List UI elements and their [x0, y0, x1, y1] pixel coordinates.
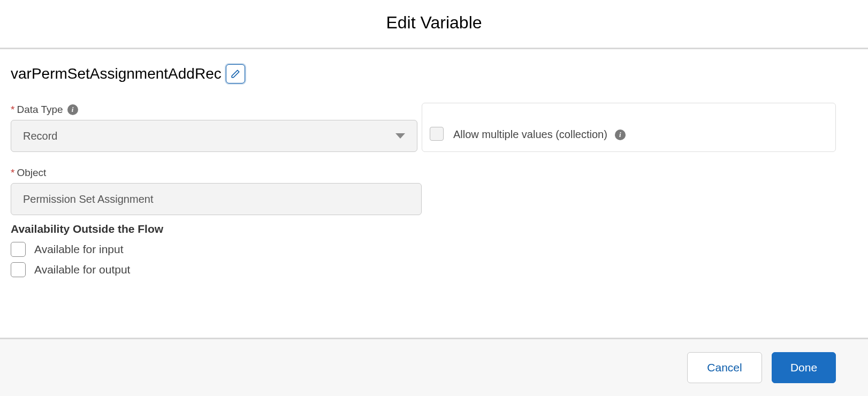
required-indicator: *	[11, 104, 14, 115]
modal-body: varPermSetAssignmentAddRec *Data Type i …	[0, 49, 868, 293]
done-button[interactable]: Done	[772, 352, 836, 383]
data-type-label: *Data Type i	[11, 104, 417, 116]
object-input[interactable]: Permission Set Assignment	[11, 183, 422, 215]
available-for-input-checkbox[interactable]	[11, 242, 26, 257]
data-type-label-text: Data Type	[17, 104, 63, 115]
info-icon[interactable]: i	[67, 104, 78, 115]
allow-multiple-label: Allow multiple values (collection)	[453, 128, 607, 141]
available-for-input-row: Available for input	[11, 242, 857, 257]
object-field-group: *Object Permission Set Assignment	[11, 167, 857, 215]
object-label: *Object	[11, 167, 857, 179]
data-type-select[interactable]: Record	[11, 120, 417, 152]
data-type-row: *Data Type i Record Allow multiple value…	[11, 103, 857, 152]
object-label-text: Object	[17, 167, 46, 178]
availability-heading: Availability Outside the Flow	[11, 223, 857, 235]
data-type-value: Record	[23, 130, 57, 142]
cancel-button[interactable]: Cancel	[687, 352, 762, 383]
modal-title: Edit Variable	[0, 0, 868, 48]
required-indicator: *	[11, 167, 14, 178]
available-for-output-row: Available for output	[11, 262, 857, 277]
chevron-down-icon	[395, 133, 405, 139]
object-value: Permission Set Assignment	[23, 193, 153, 205]
allow-multiple-checkbox[interactable]	[430, 127, 444, 141]
available-for-output-label: Available for output	[34, 263, 130, 276]
modal-footer: Cancel Done	[0, 338, 868, 396]
available-for-input-label: Available for input	[34, 243, 124, 256]
pencil-icon	[231, 69, 240, 79]
available-for-output-checkbox[interactable]	[11, 262, 26, 277]
variable-name-row: varPermSetAssignmentAddRec	[11, 64, 857, 83]
allow-multiple-cell: Allow multiple values (collection) i	[422, 103, 836, 152]
edit-name-button[interactable]	[226, 64, 245, 83]
variable-name: varPermSetAssignmentAddRec	[11, 65, 222, 82]
data-type-field-group: *Data Type i Record	[11, 104, 417, 152]
info-icon[interactable]: i	[615, 130, 626, 140]
allow-multiple-label-wrap: Allow multiple values (collection) i	[453, 128, 626, 141]
